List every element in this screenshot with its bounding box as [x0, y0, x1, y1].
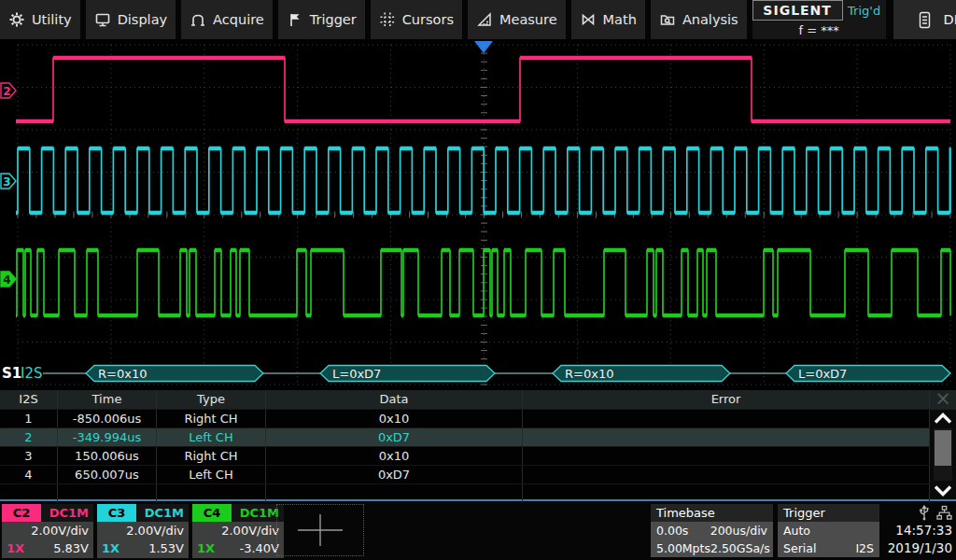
header-time: Time: [58, 390, 157, 409]
gear-icon: [8, 11, 25, 28]
svg-text:S1: S1: [2, 365, 21, 382]
trigger-frequency-readout: f = ***: [752, 21, 886, 39]
menu-trigger-label: Trigger: [310, 12, 357, 27]
table-row[interactable]: 1 -850.006us Right CH 0x10: [0, 410, 930, 428]
menu-acquire-label: Acquire: [213, 12, 264, 27]
math-icon: [580, 11, 597, 28]
bottom-status-bar: C2 DC1M 2.00V/div 1X 5.83V C3 DC1M 2.00V…: [0, 502, 956, 560]
analysis-icon: [659, 11, 676, 28]
cursors-icon: [379, 11, 396, 28]
row-time: -349.994us: [58, 428, 157, 446]
channel-offset: 5.83V: [53, 539, 89, 558]
menu-trigger[interactable]: Trigger: [278, 0, 365, 39]
menu-display[interactable]: Display: [86, 0, 176, 39]
trigger-kind: Serial: [783, 539, 816, 557]
table-header-row: I2S Time Type Data Error: [0, 390, 930, 410]
svg-text:2: 2: [3, 85, 10, 98]
trigger-panel[interactable]: Trigger Auto Serial I2S: [778, 504, 879, 558]
scroll-down-button[interactable]: [930, 482, 956, 499]
decode-dialog-tab[interactable]: DECODE: [893, 0, 956, 39]
coupling-label: DC1M: [136, 504, 189, 522]
svg-text:I2S: I2S: [21, 365, 43, 382]
timebase-delay: 0.00s: [656, 522, 688, 539]
svg-text:L=0xD7: L=0xD7: [798, 367, 847, 381]
memory-depth: 5.00Mpts: [656, 539, 710, 557]
chevron-up-icon: [933, 412, 953, 426]
measure-icon: [476, 11, 493, 28]
menu-measure[interactable]: Measure: [468, 0, 566, 39]
trigger-status-badge: Trig'd: [843, 0, 886, 21]
menu-utility[interactable]: Utility: [0, 0, 80, 39]
row-error: [523, 428, 930, 446]
row-data: 0xD7: [266, 466, 523, 483]
svg-text:L=0xD7: L=0xD7: [332, 367, 381, 381]
probe-attenuation: 1X: [7, 539, 24, 558]
lan-icon: [936, 505, 952, 521]
channel-offset: 1.53V: [148, 539, 184, 558]
menu-measure-label: Measure: [499, 12, 557, 27]
probe-attenuation: 1X: [197, 539, 215, 558]
row-data: 0xD7: [266, 428, 523, 446]
timebase-scale: 200us/div: [710, 522, 767, 539]
menu-acquire[interactable]: Acquire: [181, 0, 273, 39]
table-row[interactable]: 3 150.006us Right CH 0x10: [0, 447, 930, 466]
top-menu-bar: Utility Display Acquire Trigger Cursors …: [0, 0, 956, 39]
row-error: [523, 466, 930, 483]
probe-attenuation: 1X: [102, 539, 120, 558]
usb-icon: [918, 505, 931, 521]
table-row-empty: [0, 484, 930, 503]
header-bus: I2S: [0, 390, 58, 409]
table-scroll-rail: ×: [930, 390, 956, 499]
vertical-scale: 2.00V/div: [2, 522, 93, 539]
timebase-panel[interactable]: Timebase 0.00s 200us/div 5.00Mpts 2.50GS…: [651, 504, 773, 558]
plus-icon: [296, 512, 344, 548]
channel-descriptor-c4[interactable]: C4 DC1M 2.00V/div 1X -3.40V: [192, 504, 284, 558]
trigger-mode: Auto: [783, 522, 810, 539]
display-icon: [94, 11, 111, 28]
trigger-title: Trigger: [778, 504, 879, 522]
channel-descriptor-c3[interactable]: C3 DC1M 2.00V/div 1X 1.53V: [97, 504, 189, 558]
scroll-up-button[interactable]: [930, 410, 956, 427]
trigger-flag-icon: [287, 11, 303, 28]
clock-time: 14:57:33: [883, 522, 954, 539]
row-time: 650.007us: [58, 466, 157, 483]
menu-cursors[interactable]: Cursors: [371, 0, 462, 39]
row-index: 1: [0, 410, 58, 427]
row-index: 4: [0, 466, 58, 483]
channel-label: C4: [192, 504, 232, 522]
close-icon[interactable]: ×: [930, 390, 956, 410]
scrollbar-track[interactable]: [934, 428, 952, 481]
system-info-panel: 14:57:33 2019/1/30: [883, 504, 954, 558]
waveform-display-area: 234R=0x10L=0xD7R=0x10L=0xD7S1I2S: [0, 39, 956, 390]
coupling-label: DC1M: [41, 504, 93, 522]
table-row[interactable]: 2 -349.994us Left CH 0xD7: [0, 428, 930, 447]
table-row[interactable]: 4 650.007us Left CH 0xD7: [0, 466, 930, 484]
row-data: 0x10: [266, 410, 523, 427]
channel-descriptor-c2[interactable]: C2 DC1M 2.00V/div 1X 5.83V: [2, 504, 93, 558]
sample-rate: 2.50GSa/s: [710, 539, 770, 557]
channel-label: C2: [2, 504, 41, 522]
header-data: Data: [266, 390, 523, 409]
row-time: 150.006us: [58, 447, 157, 465]
row-index: 3: [0, 447, 58, 465]
add-channel-placeholder[interactable]: [276, 504, 364, 556]
decode-tab-label: DECODE: [944, 12, 956, 27]
row-error: [523, 410, 930, 427]
chevron-down-icon: [933, 483, 953, 497]
vertical-scale: 2.00V/div: [97, 522, 189, 539]
header-type: Type: [157, 390, 266, 409]
channel-offset: -3.40V: [239, 539, 279, 558]
header-error: Error: [523, 390, 930, 409]
svg-text:4: 4: [3, 273, 10, 287]
vertical-scale: 2.00V/div: [192, 522, 284, 539]
svg-text:3: 3: [3, 175, 10, 189]
row-time: -850.006us: [58, 410, 157, 427]
row-index: 2: [0, 428, 58, 446]
brand-status-cluster: SIGLENT Trig'd f = ***: [752, 0, 886, 39]
scrollbar-thumb[interactable]: [935, 430, 951, 466]
menu-math[interactable]: Math: [571, 0, 645, 39]
menu-analysis[interactable]: Analysis: [651, 0, 747, 39]
menu-math-label: Math: [603, 12, 637, 27]
acquire-icon: [190, 11, 206, 28]
menu-analysis-label: Analysis: [682, 12, 738, 27]
